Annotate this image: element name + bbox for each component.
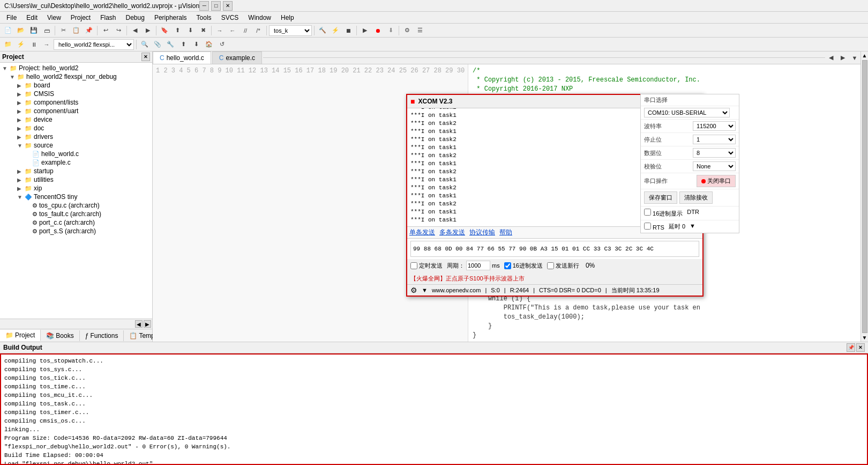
timer-send-checkbox[interactable] xyxy=(410,262,417,269)
uncomment-btn[interactable]: /* xyxy=(252,25,264,36)
tree-item[interactable]: ▶📁startup xyxy=(0,167,152,175)
prev-bookmark-btn[interactable]: ⬆ xyxy=(171,25,183,36)
xcom-tab-single[interactable]: 单条发送 xyxy=(409,228,435,237)
xcom-send-input[interactable] xyxy=(410,241,699,257)
editor-tabs-scroll-right[interactable]: ▶ xyxy=(837,52,849,64)
tree-item[interactable]: ▶📁device xyxy=(0,115,152,124)
tree-scroll-right[interactable]: ▶ xyxy=(144,320,151,328)
tab-project[interactable]: 📁 Project xyxy=(0,330,41,341)
settings-parity-select[interactable]: None xyxy=(693,161,736,171)
tree-item[interactable]: ⚙port_s.S (arch:arch) xyxy=(0,227,152,235)
build-close-btn[interactable]: ✕ xyxy=(856,343,865,352)
minimize-button[interactable]: ─ xyxy=(199,1,209,11)
newline-checkbox[interactable] xyxy=(547,262,554,269)
hex-send-checkbox[interactable] xyxy=(504,262,511,269)
editor-tabs-scroll-left[interactable]: ◀ xyxy=(825,52,837,64)
tab-functions[interactable]: ƒ Functions xyxy=(80,330,124,341)
next-bookmark-btn[interactable]: ⬇ xyxy=(184,25,196,36)
comment-btn[interactable]: // xyxy=(240,25,251,36)
hex-display-checkbox[interactable] xyxy=(644,209,651,216)
settings-data-select[interactable]: 8 xyxy=(693,148,736,158)
menu-help[interactable]: Help xyxy=(276,13,298,23)
tb2-btn5[interactable]: 🔍 xyxy=(139,39,151,50)
rts-checkbox[interactable] xyxy=(644,223,651,230)
tree-item[interactable]: ⚙tos_cpu.c (arch:arch) xyxy=(0,201,152,210)
redo-btn[interactable]: ↪ xyxy=(113,25,124,36)
clear-bookmarks-btn[interactable]: ✖ xyxy=(197,25,209,36)
clear-recv-btn[interactable]: 清除接收 xyxy=(679,191,713,204)
menu-peripherals[interactable]: Peripherals xyxy=(150,13,191,23)
project-close-btn[interactable]: ✕ xyxy=(141,53,150,61)
target-dropdown[interactable]: tos_k xyxy=(269,25,312,36)
menu-flash[interactable]: Flash xyxy=(96,13,120,23)
tb2-btn6[interactable]: 📎 xyxy=(152,39,163,50)
tb2-btn3[interactable]: ⏸ xyxy=(28,39,40,50)
period-input[interactable] xyxy=(466,261,490,270)
tree-item[interactable]: ▼📁Project: hello_world2 xyxy=(0,64,152,72)
close-button[interactable]: ✕ xyxy=(223,1,233,11)
settings-baud-select[interactable]: 115200 xyxy=(693,121,736,131)
tb2-btn9[interactable]: ⬇ xyxy=(190,39,202,50)
tree-item[interactable]: ▶📁component/uart xyxy=(0,107,152,115)
tree-item[interactable]: ▶📁xip xyxy=(0,184,152,193)
tree-item[interactable]: ▶📁doc xyxy=(0,124,152,132)
menu-window[interactable]: Window xyxy=(244,13,275,23)
tree-item[interactable]: ▶📁drivers xyxy=(0,132,152,141)
tb2-btn2[interactable]: ⚡ xyxy=(15,39,27,50)
menu-file[interactable]: File xyxy=(2,13,21,23)
save-btn[interactable]: 💾 xyxy=(28,25,40,36)
menu-debug[interactable]: Debug xyxy=(122,13,149,23)
xcom-tab-multi[interactable]: 多条发送 xyxy=(439,228,465,237)
tb2-btn4[interactable]: → xyxy=(41,39,53,50)
tree-scroll-left[interactable]: ◀ xyxy=(135,320,143,328)
tb2-btn8[interactable]: ⬆ xyxy=(177,39,189,50)
rebuild-btn[interactable]: ⚡ xyxy=(330,25,341,36)
cut-btn[interactable]: ✂ xyxy=(57,25,69,36)
indent-btn[interactable]: → xyxy=(214,25,226,36)
menu-project[interactable]: Project xyxy=(66,13,95,23)
editor-tabs-menu[interactable]: ▼ xyxy=(849,52,860,64)
tab-books[interactable]: 📚 Books xyxy=(41,330,79,341)
tree-item[interactable]: ⚙tos_fault.c (arch:arch) xyxy=(0,210,152,218)
nav-fwd-btn[interactable]: ▶ xyxy=(142,25,154,36)
new-file-btn[interactable]: 📄 xyxy=(2,25,14,36)
tree-item[interactable]: ▶📁CMSIS xyxy=(0,90,152,98)
scroll-up-btn[interactable]: ▲ xyxy=(862,52,868,59)
menu-tools[interactable]: Tools xyxy=(192,13,216,23)
maximize-button[interactable]: □ xyxy=(211,1,221,11)
xcom-link[interactable]: 【火爆全网】正点原子S100手持示波器上市 xyxy=(410,275,525,283)
editor-tab-example[interactable]: C example.c xyxy=(212,51,262,64)
tb2-btn11[interactable]: ↺ xyxy=(216,39,228,50)
tree-item[interactable]: ▶📁utilities xyxy=(0,175,152,184)
xcom-tab-protocol[interactable]: 协议传输 xyxy=(469,228,495,237)
tree-item[interactable]: ▶📁component/lists xyxy=(0,98,152,107)
nav-back-btn[interactable]: ◀ xyxy=(129,25,141,36)
copy-btn[interactable]: 📋 xyxy=(70,25,82,36)
editor-tab-hello[interactable]: C hello_world.c xyxy=(153,51,211,64)
tb2-btn10[interactable]: 🏠 xyxy=(203,39,215,50)
tree-item[interactable]: ▶📁board xyxy=(0,81,152,90)
tb2-btn7[interactable]: 🔧 xyxy=(164,39,176,50)
tb2-btn1[interactable]: 📁 xyxy=(2,39,14,50)
menu-edit[interactable]: Edit xyxy=(22,13,42,23)
settings-port-select[interactable]: COM10: USB-SERIAL xyxy=(644,108,730,117)
tree-item[interactable]: ▼📁hello_world2 flexspi_nor_debug xyxy=(0,72,152,81)
close-port-button[interactable]: 关闭串口 xyxy=(697,175,736,187)
tree-item[interactable]: ▼🔷TencentOS tiny xyxy=(0,193,152,201)
unindent-btn[interactable]: ← xyxy=(227,25,238,36)
tree-item[interactable]: ▼📁source xyxy=(0,141,152,150)
menu-svcs[interactable]: SVCS xyxy=(217,13,243,23)
download-btn[interactable]: ⬇ xyxy=(385,25,396,36)
editor-vscrollbar[interactable]: ▲ ▼ xyxy=(860,51,868,342)
hex-display-check[interactable]: 16进制显示 xyxy=(644,209,683,218)
stop-btn[interactable]: ⏹ xyxy=(342,25,354,36)
save-all-btn[interactable]: 🗃 xyxy=(41,25,53,36)
menu-view[interactable]: View xyxy=(43,13,65,23)
rts-check[interactable]: RTS xyxy=(644,223,664,231)
debug-stop-btn[interactable]: ⏺ xyxy=(372,25,384,36)
tree-item[interactable]: 📄example.c xyxy=(0,158,152,167)
debug-start-btn[interactable]: ▶ xyxy=(359,25,371,36)
bookmark-btn[interactable]: 🔖 xyxy=(159,25,170,36)
tree-item[interactable]: ⚙port_c.c (arch:arch) xyxy=(0,218,152,227)
open-btn[interactable]: 📂 xyxy=(15,25,27,36)
